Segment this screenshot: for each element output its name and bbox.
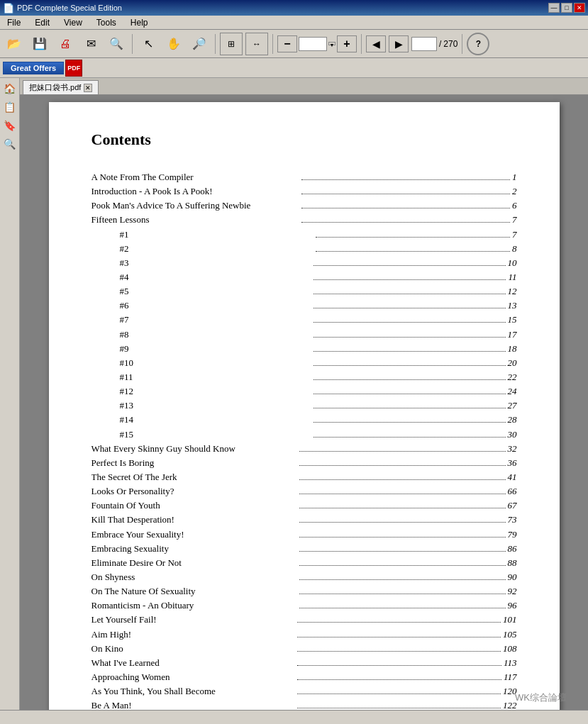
fit-width-button[interactable]: ↔ bbox=[245, 33, 268, 55]
menu-view[interactable]: View bbox=[60, 16, 87, 29]
toc-entry: Kill That Desperation!73 bbox=[91, 513, 517, 527]
toc-entry-page: 105 bbox=[503, 628, 517, 642]
save-button[interactable]: 💾 bbox=[28, 33, 51, 55]
title-bar-controls[interactable]: — □ ✕ bbox=[548, 3, 585, 13]
toc-entry: As You Think, You Shall Become120 bbox=[91, 684, 517, 698]
toc-entry-page: 88 bbox=[508, 556, 517, 570]
toc-entry-page: 101 bbox=[503, 613, 517, 627]
toc-entry: #715 bbox=[91, 313, 517, 327]
offers-label: Great Offers bbox=[11, 64, 56, 72]
toc-entry-title: #8 bbox=[91, 328, 312, 342]
next-page-button[interactable]: ▶ bbox=[389, 35, 409, 52]
zoom-btn[interactable]: 🔎 bbox=[188, 33, 211, 55]
print-button[interactable]: 🖨 bbox=[54, 33, 77, 55]
menu-bar: File Edit View Tools Help bbox=[0, 16, 588, 30]
title-bar-left: 📄 PDF Complete Special Edition bbox=[3, 3, 122, 13]
toc-entry: Looks Or Personality?66 bbox=[91, 484, 517, 499]
toc-dots bbox=[299, 537, 506, 538]
menu-help[interactable]: Help bbox=[126, 16, 152, 29]
page-number-input[interactable]: 1 bbox=[411, 37, 437, 51]
sidebar-pages-button[interactable]: 📋 bbox=[2, 99, 18, 115]
toc-dots bbox=[297, 694, 501, 694]
zoom-in-button[interactable]: + bbox=[337, 35, 357, 52]
toc-entry-page: 18 bbox=[508, 342, 517, 356]
toc-entry-page: 67 bbox=[508, 499, 517, 513]
page-separator: / bbox=[439, 39, 441, 49]
toc-entry: Pook Man's Advice To A Suffering Newbie6 bbox=[91, 199, 517, 213]
new-open-button[interactable]: 📂 bbox=[3, 33, 26, 55]
prev-page-button[interactable]: ◀ bbox=[366, 35, 386, 52]
toc-entry: Embrace Your Sexuality!79 bbox=[91, 528, 517, 542]
toc-dots bbox=[299, 494, 506, 494]
toc-dots bbox=[299, 508, 506, 508]
minimize-button[interactable]: — bbox=[548, 3, 560, 13]
zoom-input[interactable]: 92% bbox=[299, 37, 327, 51]
zoom-out-button[interactable]: − bbox=[277, 35, 297, 52]
zoom-dropdown[interactable]: ▼ bbox=[328, 42, 335, 45]
toc-entry: #17 bbox=[91, 228, 517, 242]
close-button[interactable]: ✕ bbox=[574, 3, 585, 13]
toc-dots bbox=[297, 665, 501, 666]
menu-tools[interactable]: Tools bbox=[92, 16, 121, 29]
toc-entry-page: 41 bbox=[508, 470, 517, 484]
pdf-page: Contents A Note From The Compiler1Introd… bbox=[49, 102, 560, 710]
email-button[interactable]: ✉ bbox=[79, 33, 102, 55]
toc-entry-page: 11 bbox=[508, 270, 516, 284]
toc-dots bbox=[299, 579, 506, 580]
separator-3 bbox=[272, 34, 273, 54]
toc-dots bbox=[314, 308, 506, 308]
hand-button[interactable]: ✋ bbox=[162, 33, 185, 55]
page-nav: 1 / 270 bbox=[411, 37, 457, 51]
app-title: PDF Complete Special Edition bbox=[17, 4, 122, 12]
fit-page-button[interactable]: ⊞ bbox=[220, 33, 243, 55]
toc-entry: Romanticism - An Obituary96 bbox=[91, 598, 517, 613]
select-button[interactable]: ↖ bbox=[137, 33, 160, 55]
status-bar bbox=[0, 710, 588, 724]
sidebar-home-button[interactable]: 🏠 bbox=[2, 81, 18, 96]
maximize-button[interactable]: □ bbox=[561, 3, 572, 13]
toc-dots bbox=[314, 322, 506, 323]
toc-dots bbox=[297, 651, 501, 652]
toc-dots bbox=[299, 465, 506, 466]
pdf-wrapper[interactable]: Contents A Note From The Compiler1Introd… bbox=[20, 95, 588, 710]
menu-file[interactable]: File bbox=[3, 16, 25, 29]
toc-entry: #310 bbox=[91, 256, 517, 270]
toc-entry-title: Be A Man! bbox=[91, 698, 295, 710]
toc-dots bbox=[299, 594, 506, 594]
tab-close-button[interactable]: ✕ bbox=[84, 84, 92, 92]
toc-dots bbox=[314, 351, 506, 352]
toc-entry: Eliminate Desire Or Not88 bbox=[91, 556, 517, 570]
sidebar-search-button[interactable]: 🔍 bbox=[2, 136, 18, 152]
toc-entry: #1530 bbox=[91, 428, 517, 442]
search-button[interactable]: 🔍 bbox=[105, 33, 128, 55]
help-button[interactable]: ? bbox=[467, 33, 489, 55]
menu-edit[interactable]: Edit bbox=[30, 16, 54, 29]
toc-entry: Fountain Of Youth67 bbox=[91, 499, 517, 513]
toc-dots bbox=[314, 437, 506, 438]
toc-dots bbox=[297, 622, 501, 623]
toc-entry: Be A Man!122 bbox=[91, 698, 517, 710]
sidebar-bookmark-button[interactable]: 🔖 bbox=[2, 118, 18, 133]
toc-entry: #817 bbox=[91, 328, 517, 342]
toolbar: 📂 💾 🖨 ✉ 🔍 ↖ ✋ 🔎 ⊞ ↔ − 92% ▼ + ◀ ▶ 1 / 27… bbox=[0, 30, 588, 58]
toc-entry-title: What I've Learned bbox=[91, 656, 296, 670]
toc-dots bbox=[314, 408, 506, 408]
toc-entry: On Kino108 bbox=[91, 642, 517, 656]
toc-dots bbox=[301, 208, 510, 208]
toc-entry-page: 28 bbox=[508, 413, 517, 427]
main-area: 把妹口袋书.pdf ✕ Contents A Note From The Com… bbox=[20, 78, 588, 710]
toc-dots bbox=[299, 451, 506, 452]
toc-entry-title: Perfect Is Boring bbox=[91, 456, 298, 470]
toc-entry-page: 10 bbox=[508, 256, 517, 270]
toc-entry-title: Fifteen Lessons bbox=[91, 213, 300, 227]
toc-entry-page: 108 bbox=[503, 642, 517, 656]
toc-entry-title: Fountain Of Youth bbox=[91, 499, 298, 513]
toc-entry-page: 92 bbox=[508, 584, 517, 598]
toc-entry-page: 12 bbox=[508, 284, 517, 299]
pdf-tab[interactable]: 把妹口袋书.pdf ✕ bbox=[23, 80, 99, 94]
toc-entry-title: Eliminate Desire Or Not bbox=[91, 556, 298, 570]
toc-entry-title: Romanticism - An Obituary bbox=[91, 598, 298, 613]
toc-dots bbox=[299, 479, 506, 480]
great-offers-button[interactable]: Great Offers bbox=[3, 62, 64, 74]
toc-entry-title: #6 bbox=[91, 299, 312, 313]
